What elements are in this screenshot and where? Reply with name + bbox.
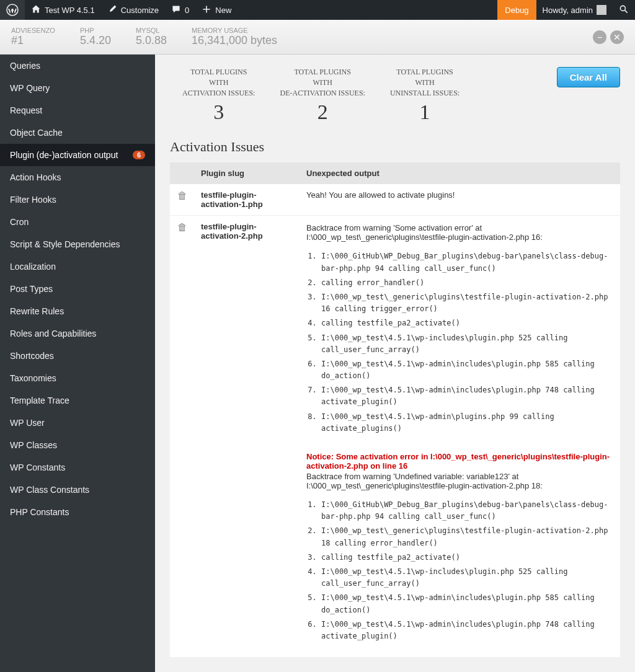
stat-box: TOTAL PLUGINSWITHACTIVATION ISSUES:3 <box>170 67 267 124</box>
sidebar-item[interactable]: Template Trace <box>0 389 155 412</box>
plus-icon <box>202 4 211 16</box>
close-button[interactable]: ✕ <box>610 30 624 44</box>
backtrace-list: I:\000_GitHub\WP_Debug_Bar_plugins\debug… <box>306 499 614 642</box>
stat-label: TOTAL PLUGINSWITHUNINSTALL ISSUES: <box>390 67 460 98</box>
stat-value: 3 <box>182 100 255 124</box>
backtrace-item: I:\000_wp_test\_generic\plugins\testfile… <box>321 525 614 549</box>
output-cell: Backtrace from warning 'Some activation … <box>300 216 620 657</box>
trash-icon[interactable]: 🗑 <box>177 222 187 232</box>
minimize-button[interactable]: − <box>593 30 606 44</box>
search-icon <box>619 4 629 16</box>
sidebar-item[interactable]: WP User <box>0 412 155 434</box>
sidebar-item[interactable]: Filter Hooks <box>0 188 155 211</box>
sidebar-item-label: PHP Constants <box>10 507 69 517</box>
search-toggle[interactable] <box>613 0 635 20</box>
clear-all-button[interactable]: Clear All <box>557 67 620 87</box>
debug-button[interactable]: Debug <box>497 0 536 20</box>
admin-bar: Test WP 4.5.1 Customize 0 New Debug Howd… <box>0 0 635 20</box>
comments-count: 0 <box>185 6 189 15</box>
sidebar-item[interactable]: Roles and Capabilities <box>0 322 155 345</box>
debug-metric: MySQL5.0.88 <box>136 27 167 47</box>
metric-label: PHP <box>80 27 111 34</box>
avatar <box>597 5 606 15</box>
sidebar-item[interactable]: Queries <box>0 55 155 77</box>
sidebar-item[interactable]: Plugin (de-)activation output6 <box>0 144 155 166</box>
backtrace-item: I:\000_wp_test\4.5.1\wp-admin\includes\p… <box>321 592 614 616</box>
sidebar-item[interactable]: Rewrite Rules <box>0 300 155 322</box>
sidebar-item[interactable]: Localization <box>0 255 155 278</box>
metric-label: ADVIESENZO <box>11 27 55 34</box>
issues-table: Plugin slug Unexpected output 🗑 testfile… <box>170 162 620 657</box>
howdy-link[interactable]: Howdy, admin <box>536 0 613 20</box>
sidebar-item-label: Request <box>10 105 42 115</box>
sidebar-item[interactable]: WP Query <box>0 77 155 99</box>
sidebar-item-label: Queries <box>10 61 40 71</box>
backtrace-item: calling error_handler() <box>321 277 614 289</box>
slug-cell: testfile-plugin-activation-1.php <box>195 184 300 216</box>
site-link[interactable]: Test WP 4.5.1 <box>25 0 101 20</box>
sidebar-item[interactable]: PHP Constants <box>0 501 155 523</box>
output-cell: Yeah! You are allowed to activate plugin… <box>300 184 620 216</box>
stat-value: 1 <box>390 100 460 124</box>
sidebar-item-label: Post Types <box>10 284 53 294</box>
sidebar-item[interactable]: Cron <box>0 211 155 233</box>
backtrace-item: I:\000_GitHub\WP_Debug_Bar_plugins\debug… <box>321 250 614 274</box>
sidebar-item-label: Plugin (de-)activation output <box>10 150 118 160</box>
table-row: 🗑 testfile-plugin-activation-2.php Backt… <box>170 216 620 657</box>
home-icon <box>31 4 41 16</box>
stat-box: TOTAL PLUGINSWITHUNINSTALL ISSUES:1 <box>378 67 472 124</box>
sidebar-item-label: WP Classes <box>10 440 57 450</box>
sidebar-item[interactable]: Object Cache <box>0 122 155 144</box>
sidebar-item[interactable]: Request <box>0 99 155 122</box>
comment-icon <box>171 4 181 16</box>
sidebar-item-label: WP Constants <box>10 462 65 472</box>
sidebar-item-label: WP Class Constants <box>10 485 89 495</box>
sidebar-item[interactable]: Taxonomies <box>0 367 155 389</box>
site-title: Test WP 4.5.1 <box>45 6 95 15</box>
sidebar-badge: 6 <box>133 151 145 159</box>
debug-metric: ADVIESENZO#1 <box>11 27 55 47</box>
debug-content: TOTAL PLUGINSWITHACTIVATION ISSUES:3TOTA… <box>155 55 635 672</box>
backtrace-item: I:\000_wp_test\_generic\plugins\testfile… <box>321 291 614 315</box>
sidebar-item[interactable]: WP Classes <box>0 434 155 456</box>
backtrace-list: I:\000_GitHub\WP_Debug_Bar_plugins\debug… <box>306 250 614 435</box>
stat-value: 2 <box>280 100 365 124</box>
comments-link[interactable]: 0 <box>165 0 195 20</box>
stat-label: TOTAL PLUGINSWITHDE-ACTIVATION ISSUES: <box>280 67 365 98</box>
new-link[interactable]: New <box>195 0 238 20</box>
debug-sidebar: QueriesWP QueryRequestObject CachePlugin… <box>0 55 155 672</box>
backtrace-item: I:\000_wp_test\4.5.1\wp-admin\includes\p… <box>321 358 614 382</box>
metric-label: MySQL <box>136 27 167 34</box>
trash-icon[interactable]: 🗑 <box>177 190 187 201</box>
sidebar-item[interactable]: Script & Style Dependencies <box>0 233 155 255</box>
backtrace-intro: Backtrace from warning 'Some activation … <box>306 223 614 242</box>
backtrace-item: calling testfile_pa2_activate() <box>321 552 614 564</box>
backtrace-item: I:\000_wp_test\4.5.1\wp-includes\plugin.… <box>321 332 614 356</box>
stat-label: TOTAL PLUGINSWITHACTIVATION ISSUES: <box>182 67 255 98</box>
sidebar-item-label: Object Cache <box>10 128 63 138</box>
metric-value: #1 <box>11 34 55 47</box>
howdy-text: Howdy, admin <box>543 6 593 15</box>
sidebar-item[interactable]: Action Hooks <box>0 166 155 188</box>
sidebar-item[interactable]: WP Class Constants <box>0 479 155 501</box>
backtrace-item: I:\000_wp_test\4.5.1\wp-admin\plugins.ph… <box>321 411 614 435</box>
metric-value: 16,341,000 bytes <box>192 34 277 47</box>
slug-cell: testfile-plugin-activation-2.php <box>195 216 300 657</box>
table-row: 🗑 testfile-plugin-activation-1.php Yeah!… <box>170 184 620 216</box>
wp-logo[interactable] <box>0 0 25 20</box>
sidebar-item[interactable]: WP Constants <box>0 456 155 479</box>
sidebar-item-label: Filter Hooks <box>10 195 56 205</box>
sidebar-item-label: Taxonomies <box>10 373 56 383</box>
notice-line: Notice: Some activation error in I:\000_… <box>306 452 614 471</box>
sidebar-item-label: WP User <box>10 418 45 428</box>
backtrace-item: I:\000_wp_test\4.5.1\wp-includes\plugin.… <box>321 566 614 590</box>
stat-box: TOTAL PLUGINSWITHDE-ACTIVATION ISSUES:2 <box>267 67 377 124</box>
metric-value: 5.0.88 <box>136 34 167 47</box>
customize-link[interactable]: Customize <box>101 0 165 20</box>
sidebar-item[interactable]: Shortcodes <box>0 345 155 367</box>
sidebar-item[interactable]: Post Types <box>0 278 155 300</box>
customize-label: Customize <box>121 6 159 15</box>
backtrace-item: I:\000_wp_test\4.5.1\wp-admin\includes\p… <box>321 619 614 642</box>
col-output: Unexpected output <box>300 162 620 184</box>
backtrace-item: I:\000_wp_test\4.5.1\wp-admin\includes\p… <box>321 384 614 408</box>
